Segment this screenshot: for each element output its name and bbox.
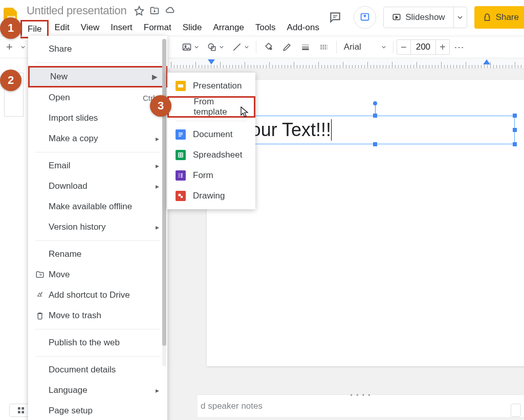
cloud-status-icon[interactable] [165,6,176,16]
new-drawing[interactable]: Drawing [167,186,255,206]
svg-rect-18 [18,411,20,413]
menu-scrollbar[interactable] [162,39,166,366]
svg-marker-9 [483,59,490,64]
file-document-details[interactable]: Document details [28,360,167,380]
file-version-history[interactable]: Version history▸ [28,217,167,237]
more-toolbar-icon[interactable]: ⋯ [450,38,469,56]
svg-rect-10 [178,84,183,87]
move-folder-icon[interactable] [149,6,160,16]
slideshow-label: Slideshow [405,12,445,23]
svg-point-13 [179,176,180,178]
grid-icon [17,406,25,414]
app-header: Untitled presentation File Edit View Ins… [0,0,524,36]
trash-icon [35,311,49,320]
file-publish[interactable]: Publish to the web [28,333,167,353]
border-dash-icon[interactable] [315,39,333,55]
annotation-badge-1: 1 [0,17,21,39]
lock-icon [483,13,492,22]
file-open[interactable]: OpenCtrl+ [28,87,167,108]
annotation-badge-3: 3 [150,95,171,117]
file-trash[interactable]: Move to trash [28,305,167,326]
svg-rect-19 [21,411,24,413]
svg-rect-17 [21,407,24,410]
horizontal-ruler[interactable] [171,58,524,69]
file-move[interactable]: Move [28,264,167,285]
font-select[interactable]: Arial [340,42,390,52]
new-form[interactable]: Form [167,165,255,186]
slideshow-button[interactable]: Slideshow [383,7,467,28]
docs-icon [176,129,186,140]
text-cursor [331,119,332,141]
forms-icon [176,170,186,181]
speaker-notes[interactable]: • • • • d speaker notes [198,394,524,417]
svg-marker-8 [208,59,215,64]
slide-thumbnails[interactable] [0,69,29,420]
font-size-value[interactable]: 200 [410,40,436,54]
file-add-shortcut[interactable]: Add shortcut to Drive [28,285,167,305]
shape-insert-icon[interactable] [203,39,228,55]
share-label: Share [496,12,519,23]
sheets-icon [176,150,186,160]
svg-rect-16 [18,407,20,410]
border-weight-icon[interactable] [296,39,315,55]
file-make-copy[interactable]: Make a copy▸ [28,128,167,149]
present-icon[interactable] [354,6,376,29]
mouse-cursor-icon [241,106,250,120]
file-download[interactable]: Download▸ [28,176,167,196]
drawings-icon [176,191,186,201]
file-import-slides[interactable]: Import slides [28,108,167,128]
file-rename[interactable]: Rename [28,244,167,264]
file-language[interactable]: Language▸ [28,380,167,401]
font-size-decrease[interactable]: − [397,41,410,53]
drag-handle-icon[interactable]: • • • • [351,392,372,399]
share-button[interactable]: Share [474,6,524,29]
font-size-stepper[interactable]: − 200 + [397,39,450,55]
border-color-icon[interactable] [278,39,296,55]
move-icon [35,270,49,279]
fill-color-icon[interactable] [259,39,278,55]
annotation-badge-2: 2 [0,70,21,91]
image-insert-icon[interactable] [178,39,203,55]
star-icon[interactable] [134,6,144,16]
svg-point-5 [185,46,186,47]
line-insert-icon[interactable] [228,39,253,55]
file-page-setup[interactable]: Page setup [28,401,167,420]
chevron-down-icon [382,45,386,49]
file-menu-dropdown: Share New▶ OpenCtrl+ Import slides Make … [28,36,167,420]
svg-point-12 [179,175,180,176]
svg-rect-15 [181,196,183,198]
svg-point-11 [179,173,180,174]
slides-icon [176,81,186,91]
new-spreadsheet[interactable]: Spreadsheet [167,145,255,165]
file-share[interactable]: Share [28,39,167,59]
drive-shortcut-icon [35,291,49,300]
side-panel-toggle[interactable] [511,404,521,417]
new-slide-dropdown-icon[interactable] [17,42,29,52]
text-box[interactable]: Your Text!!! [235,116,515,144]
font-size-increase[interactable]: + [436,41,449,53]
new-document[interactable]: Document [167,124,255,145]
font-name: Arial [344,42,361,52]
comments-icon[interactable] [324,6,346,29]
play-slideshow-icon [392,13,401,22]
new-submenu: Presentation From template Document Spre… [167,73,255,209]
file-email[interactable]: Email▸ [28,156,167,176]
file-new[interactable]: New▶ [28,66,167,87]
file-offline[interactable]: Make available offline [28,196,167,217]
slideshow-dropdown-icon[interactable] [453,7,467,28]
speaker-notes-text: d speaker notes [201,401,263,411]
svg-point-14 [178,193,181,196]
new-presentation[interactable]: Presentation [167,76,255,96]
document-title[interactable]: Untitled presentation [25,3,129,18]
new-slide-button[interactable]: + [2,37,17,57]
